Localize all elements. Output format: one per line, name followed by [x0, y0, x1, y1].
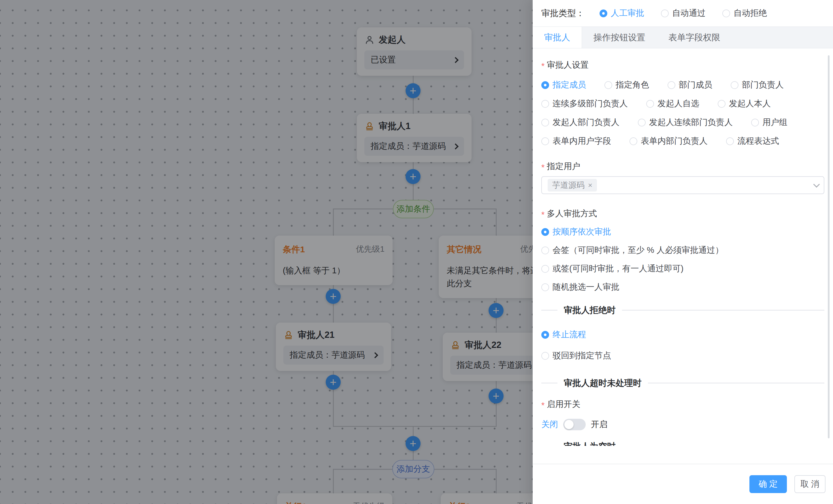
radio-dot [646, 100, 654, 108]
radio-dot [541, 331, 549, 339]
radio-label: 用户组 [762, 117, 787, 128]
radio-dot [599, 9, 607, 17]
radio-label: 发起人连续部门负责人 [649, 117, 733, 128]
approver-setting-option[interactable]: 连续多级部门负责人 [541, 98, 628, 109]
multi-approve-option[interactable]: 随机挑选一人审批 [541, 281, 619, 293]
required-asterisk: * [541, 163, 545, 172]
reject-option[interactable]: 终止流程 [541, 329, 586, 341]
radio-dot [541, 265, 549, 273]
scrollbar-thumb[interactable] [828, 55, 830, 438]
radio-label: 终止流程 [552, 329, 586, 341]
approver-setting-row: 指定成员指定角色部门成员部门负责人 [541, 79, 824, 91]
radio-dot [668, 81, 675, 89]
reject-option[interactable]: 驳回到指定节点 [541, 350, 611, 361]
multi-approve-option[interactable]: 或签(可同时审批，有一人通过即可) [541, 263, 684, 275]
approver-setting-option[interactable]: 发起人本人 [718, 98, 771, 109]
radio-label: 部门成员 [679, 79, 712, 91]
radio-dot [751, 119, 759, 126]
multi-approve-row: 按顺序依次审批 [541, 226, 824, 237]
radio-label: 指定成员 [552, 79, 586, 91]
reject-option-row: 驳回到指定节点 [541, 350, 824, 361]
panel-tabs: 审批人操作按钮设置表单字段权限 [533, 26, 833, 48]
approver-setting-option[interactable]: 流程表达式 [726, 135, 779, 147]
approver-setting-row: 表单内用户字段表单内部门负责人流程表达式 [541, 135, 824, 147]
multi-approve-option[interactable]: 会签（可同时审批，至少 % 人必须审批通过） [541, 245, 723, 256]
approver-settings-panel: 审批类型： 人工审批自动通过自动拒绝 审批人操作按钮设置表单字段权限 * 审批人… [533, 0, 833, 504]
approval-type-label: 审批类型： [541, 7, 585, 19]
radio-label: 或签(可同时审批，有一人通过即可) [552, 263, 684, 275]
approver-setting-option[interactable]: 表单内用户字段 [541, 135, 611, 147]
chevron-down-icon [813, 181, 820, 188]
cancel-button[interactable]: 取 消 [794, 475, 826, 493]
approver-setting-option[interactable]: 发起人自选 [646, 98, 699, 109]
approver-setting-option[interactable]: 部门成员 [668, 79, 712, 91]
section-title: 审批人超时未处理时 [557, 377, 648, 389]
tag-close-icon[interactable]: × [588, 181, 592, 190]
radio-dot [661, 9, 669, 17]
approval-type-option[interactable]: 人工审批 [599, 7, 644, 19]
required-asterisk: * [541, 61, 545, 71]
tab-active[interactable]: 审批人 [533, 27, 582, 48]
radio-label: 驳回到指定节点 [552, 350, 611, 361]
tab-item[interactable]: 表单字段权限 [657, 27, 732, 48]
assign-user-label: * 指定用户 [541, 161, 824, 172]
approver-setting-option[interactable]: 发起人部门负责人 [541, 117, 619, 128]
section-divider-empty: 审批人为空时 [541, 440, 824, 446]
multi-approve-row: 会签（可同时审批，至少 % 人必须审批通过） [541, 245, 824, 256]
radio-label: 会签（可同时审批，至少 % 人必须审批通过） [552, 245, 723, 256]
workflow-designer: + + + + + + + 发起人 已设置 [0, 0, 833, 504]
enable-switch-label: * 启用开关 [541, 399, 824, 410]
tab-content-approver: * 审批人设置 指定成员指定角色部门成员部门负责人连续多级部门负责人发起人自选发… [533, 48, 833, 446]
user-tag-label: 芋道源码 [552, 180, 585, 191]
radio-dot [629, 137, 637, 145]
approval-type-options: 人工审批自动通过自动拒绝 [599, 7, 767, 19]
radio-dot [541, 283, 549, 291]
radio-label: 随机挑选一人审批 [552, 281, 619, 293]
radio-label: 部门负责人 [742, 79, 784, 91]
assign-user-select[interactable]: 芋道源码 × [541, 176, 824, 194]
radio-dot [541, 137, 549, 145]
radio-label: 发起人本人 [729, 98, 771, 109]
multi-approve-option[interactable]: 按顺序依次审批 [541, 226, 611, 237]
approver-setting-option[interactable]: 表单内部门负责人 [629, 135, 708, 147]
radio-dot [541, 81, 549, 89]
switch-on-label: 开启 [591, 419, 608, 430]
panel-gap [533, 446, 833, 464]
radio-label: 按顺序依次审批 [552, 226, 611, 237]
approver-setting-option[interactable]: 发起人连续部门负责人 [638, 117, 733, 128]
approver-setting-option[interactable]: 部门负责人 [731, 79, 784, 91]
modal-dim-overlay [0, 0, 533, 504]
multi-approve-label: * 多人审批方式 [541, 208, 824, 220]
radio-label: 自动通过 [672, 7, 706, 19]
radio-label: 自动拒绝 [734, 7, 767, 19]
approver-setting-option[interactable]: 指定成员 [541, 79, 586, 91]
approval-type-option[interactable]: 自动通过 [661, 7, 706, 19]
radio-dot [718, 100, 725, 108]
timeout-switch-row: 关闭 开启 [541, 417, 824, 432]
approver-setting-option[interactable]: 指定角色 [604, 79, 649, 91]
approval-type-option[interactable]: 自动拒绝 [722, 7, 767, 19]
flow-canvas[interactable]: + + + + + + + 发起人 已设置 [0, 0, 533, 504]
reject-option-row: 终止流程 [541, 329, 824, 341]
multi-approve-options: 按顺序依次审批会签（可同时审批，至少 % 人必须审批通过）或签(可同时审批，有一… [541, 226, 824, 293]
radio-dot [541, 247, 549, 254]
timeout-toggle[interactable] [563, 419, 586, 430]
section-divider-reject: 审批人拒绝时 [541, 304, 824, 316]
multi-approve-row: 随机挑选一人审批 [541, 281, 824, 293]
multi-approve-row: 或签(可同时审批，有一人通过即可) [541, 263, 824, 275]
approver-setting-row: 发起人部门负责人发起人连续部门负责人用户组 [541, 117, 824, 128]
tab-item[interactable]: 操作按钮设置 [582, 27, 657, 48]
radio-dot [722, 9, 730, 17]
radio-dot [541, 100, 549, 108]
radio-label: 连续多级部门负责人 [552, 98, 628, 109]
approver-setting-option[interactable]: 用户组 [751, 117, 787, 128]
radio-label: 流程表达式 [737, 135, 779, 147]
radio-label: 发起人自选 [658, 98, 699, 109]
panel-footer: 确 定 取 消 [533, 464, 833, 504]
radio-dot [731, 81, 738, 89]
section-divider-timeout: 审批人超时未处理时 [541, 377, 824, 389]
confirm-button[interactable]: 确 定 [749, 475, 787, 493]
radio-dot [638, 119, 646, 126]
required-asterisk: * [541, 210, 545, 220]
section-title: 审批人为空时 [557, 440, 622, 446]
